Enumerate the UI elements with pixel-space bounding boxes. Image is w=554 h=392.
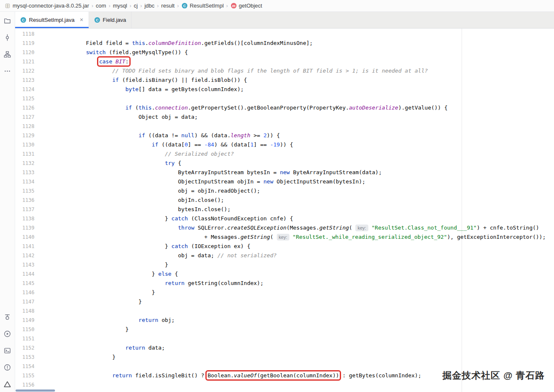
code-line[interactable]: 1118 [15, 29, 554, 39]
code-line[interactable]: 1148 [15, 306, 554, 316]
folder-button[interactable] [2, 15, 13, 26]
breadcrumb-item-result[interactable]: result [160, 3, 176, 9]
code-line[interactable]: 1120 switch (field.getMysqlType()) { [15, 48, 554, 57]
line-number[interactable]: 1140 [15, 233, 34, 242]
line-number[interactable]: 1144 [15, 269, 34, 279]
line-number[interactable]: 1150 [15, 325, 34, 334]
code-line[interactable]: 1157 case BOOLEAN: [15, 389, 554, 392]
code-line[interactable]: 1129 if ((data != null) && (data.length … [15, 131, 554, 140]
breadcrumb-item-jdbc[interactable]: jdbc [143, 3, 156, 9]
code-line[interactable]: 1150 } [15, 325, 554, 334]
code-line[interactable]: 1153 } [15, 353, 554, 362]
line-number[interactable]: 1151 [15, 334, 34, 343]
line-number[interactable]: 1119 [15, 39, 34, 48]
code-line[interactable]: 1151 [15, 334, 554, 343]
line-number[interactable]: 1127 [15, 112, 34, 122]
line-number[interactable]: 1155 [15, 371, 34, 380]
breadcrumb-item-mysql[interactable]: mysql [112, 3, 129, 9]
code-line[interactable]: 1147 } [15, 297, 554, 306]
code-line[interactable]: 1121 case BIT: [15, 57, 554, 66]
code-line[interactable]: 1127 Object obj = data; [15, 112, 554, 122]
warning-button[interactable] [2, 379, 13, 389]
breadcrumb-item-mysql-connector-java-8.0.25.jar[interactable]: mysql-connector-java-8.0.25.jar [3, 3, 90, 9]
code-line[interactable]: 1141 } catch (IOException ex) { [15, 242, 554, 251]
code-line[interactable]: 1143 } [15, 260, 554, 269]
line-number[interactable]: 1139 [15, 223, 34, 233]
line-number[interactable]: 1120 [15, 48, 34, 57]
line-number[interactable]: 1122 [15, 66, 34, 76]
code-line[interactable]: 1128 [15, 122, 554, 131]
line-number[interactable]: 1136 [15, 196, 34, 205]
line-number[interactable]: 1128 [15, 122, 34, 131]
commit-button[interactable] [2, 32, 13, 43]
code-line[interactable]: 1136 objIn.close(); [15, 196, 554, 205]
line-number[interactable]: 1145 [15, 279, 34, 288]
code-line[interactable]: 1132 try { [15, 159, 554, 168]
line-number[interactable]: 1153 [15, 353, 34, 362]
horizontal-scrollbar-thumb[interactable] [16, 389, 55, 392]
code-line[interactable]: 1133 ByteArrayInputStream bytesIn = new … [15, 168, 554, 177]
line-number[interactable]: 1124 [15, 85, 34, 94]
code-text [34, 122, 60, 131]
tab-ResultSetImpl.java[interactable]: CResultSetImpl.java✕ [15, 12, 89, 28]
code-line[interactable]: 1124 byte[] data = getBytes(columnIndex)… [15, 85, 554, 94]
line-number[interactable]: 1147 [15, 297, 34, 306]
breadcrumb-item-getObject[interactable]: mgetObject [229, 3, 264, 9]
structure-button[interactable] [2, 49, 13, 60]
code-line[interactable]: 1142 obj = data; // not serialized? [15, 251, 554, 260]
line-number[interactable]: 1137 [15, 205, 34, 214]
code-line[interactable]: 1126 if (this.connection.getPropertySet(… [15, 103, 554, 112]
line-number[interactable]: 1148 [15, 306, 34, 316]
line-number[interactable]: 1133 [15, 168, 34, 177]
line-number[interactable]: 1126 [15, 103, 34, 112]
code-line[interactable]: 1135 obj = objIn.readObject(); [15, 186, 554, 196]
line-number[interactable]: 1134 [15, 177, 34, 186]
code-line[interactable]: 1145 return getString(columnIndex); [15, 279, 554, 288]
breadcrumb-item-com[interactable]: com [95, 3, 108, 9]
line-number[interactable]: 1154 [15, 362, 34, 371]
terminal-button[interactable] [2, 345, 13, 356]
code-line[interactable]: 1149 return obj; [15, 316, 554, 325]
line-number[interactable]: 1156 [15, 380, 34, 389]
code-line[interactable]: 1140 + Messages.getString( key: "ResultS… [15, 233, 554, 242]
line-number[interactable]: 1130 [15, 140, 34, 149]
code-area[interactable]: 11181119 Field field = this.columnDefini… [15, 29, 554, 392]
line-number[interactable]: 1118 [15, 29, 34, 39]
code-line[interactable]: 1119 Field field = this.columnDefinition… [15, 39, 554, 48]
more-button[interactable] [2, 65, 13, 76]
services-button[interactable] [2, 311, 13, 322]
editor[interactable]: 11181119 Field field = this.columnDefini… [15, 29, 554, 392]
line-number[interactable]: 1138 [15, 214, 34, 223]
line-number[interactable]: 1149 [15, 316, 34, 325]
line-number[interactable]: 1129 [15, 131, 34, 140]
code-line[interactable]: 1144 } else { [15, 269, 554, 279]
code-line[interactable]: 1139 throw SQLError.createSQLException(M… [15, 223, 554, 233]
code-line[interactable]: 1152 return data; [15, 343, 554, 353]
line-number[interactable]: 1125 [15, 94, 34, 103]
code-line[interactable]: 1134 ObjectInputStream objIn = new Objec… [15, 177, 554, 186]
code-line[interactable]: 1137 bytesIn.close(); [15, 205, 554, 214]
run-button[interactable] [2, 328, 13, 339]
line-number[interactable]: 1152 [15, 343, 34, 353]
code-line[interactable]: 1125 [15, 94, 554, 103]
breadcrumb-item-cj[interactable]: cj [133, 3, 139, 9]
line-number[interactable]: 1123 [15, 76, 34, 85]
code-line[interactable]: 1122 // TODO Field sets binary and blob … [15, 66, 554, 76]
code-line[interactable]: 1131 // Serialized object? [15, 149, 554, 159]
line-number[interactable]: 1131 [15, 149, 34, 159]
breadcrumb-item-ResultSetImpl[interactable]: CResultSetImpl [180, 3, 225, 9]
line-number[interactable]: 1143 [15, 260, 34, 269]
line-number[interactable]: 1135 [15, 186, 34, 196]
line-number[interactable]: 1132 [15, 159, 34, 168]
code-line[interactable]: 1138 } catch (ClassNotFoundException cnf… [15, 214, 554, 223]
problems-button[interactable] [2, 362, 13, 373]
line-number[interactable]: 1146 [15, 288, 34, 297]
code-line[interactable]: 1146 } [15, 288, 554, 297]
close-icon[interactable]: ✕ [79, 17, 83, 23]
code-line[interactable]: 1130 if ((data[0] == -84) && (data[1] ==… [15, 140, 554, 149]
line-number[interactable]: 1121 [15, 57, 34, 66]
code-line[interactable]: 1123 if (field.isBinary() || field.isBlo… [15, 76, 554, 85]
tab-Field.java[interactable]: CField.java [89, 12, 132, 28]
line-number[interactable]: 1142 [15, 251, 34, 260]
line-number[interactable]: 1141 [15, 242, 34, 251]
